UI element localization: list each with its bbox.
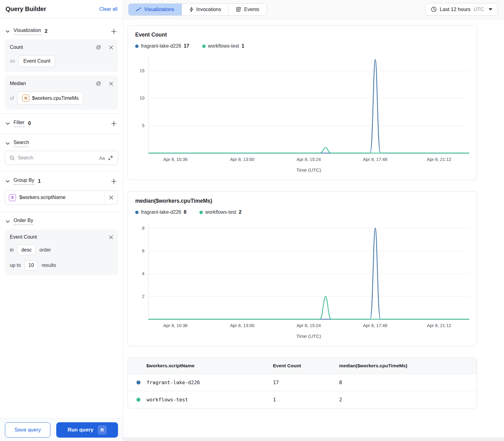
group-by-field-chip[interactable]: S $workers.scriptName	[5, 190, 118, 205]
plus-icon	[111, 178, 117, 184]
chart-plot-area[interactable]	[148, 222, 469, 320]
sidebar-header: Query Builder Clear all	[0, 0, 123, 18]
median-field-chip[interactable]: N $workers.cpuTimeMs	[18, 92, 83, 105]
filter-section-label: Filter	[14, 120, 25, 127]
legend-dot-icon	[135, 211, 139, 214]
add-visualization-button[interactable]	[110, 28, 117, 35]
chevron-down-icon[interactable]	[6, 220, 10, 223]
legend-series-value: 8	[184, 209, 187, 215]
query-builder-page: Query Builder Clear all Visualization 2 …	[0, 0, 504, 441]
time-range-timezone: UTC	[474, 6, 484, 12]
match-case-icon[interactable]: Aa	[99, 155, 105, 161]
remove-median-button[interactable]	[109, 82, 113, 86]
series-line	[148, 296, 469, 319]
close-icon	[109, 45, 113, 49]
table-body: fragrant-lake-d226178workflows-test12	[128, 374, 477, 408]
chart-plot-area[interactable]	[148, 56, 469, 154]
x-tick-label: Apr 8, 15:24	[297, 157, 321, 162]
remove-order-by-button[interactable]	[109, 235, 113, 239]
legend-dot-icon	[202, 45, 206, 48]
order-by-card: Event Count in desc order up to 10 resul…	[5, 229, 118, 275]
lightning-icon	[189, 7, 194, 12]
view-tab-group: Visualizations Invocations Events	[128, 3, 267, 16]
string-type-icon: S	[9, 194, 16, 201]
script-name-cell: fragrant-lake-d226	[128, 374, 269, 391]
bottom-strip	[123, 437, 504, 441]
run-query-button[interactable]: Run query R	[56, 422, 118, 438]
count-alias-button[interactable]: @	[96, 44, 101, 50]
main-body: Event Count fragrant-lake-d22617workflow…	[123, 19, 504, 408]
remove-count-button[interactable]	[109, 45, 113, 49]
chart-title: Event Count	[135, 32, 469, 38]
legend-series-name: fragrant-lake-d226	[141, 209, 181, 215]
add-filter-button[interactable]	[110, 120, 117, 127]
tab-events[interactable]: Events	[229, 4, 266, 15]
time-range-select[interactable]: Last 12 hours UTC	[425, 3, 498, 16]
result-limit-chip[interactable]: 10	[25, 260, 38, 271]
x-tick-label: Apr 8, 10:36	[163, 323, 187, 328]
number-type-icon: N	[22, 95, 29, 102]
value-cell: 1	[269, 391, 335, 408]
chevron-down-icon[interactable]	[6, 180, 10, 183]
chevron-down-icon[interactable]	[6, 30, 10, 33]
y-tick-label: 8	[142, 226, 144, 231]
clear-all-button[interactable]: Clear all	[99, 6, 117, 12]
sort-direction-chip[interactable]: desc	[17, 245, 36, 255]
remove-group-by-button[interactable]	[104, 191, 118, 204]
y-axis: 2468	[135, 222, 148, 320]
order-label: order	[39, 247, 51, 253]
legend-item[interactable]: workflows-test1	[202, 43, 244, 49]
search-input[interactable]	[18, 155, 96, 161]
chevron-down-icon[interactable]	[6, 142, 10, 145]
close-icon	[109, 235, 113, 239]
run-shortcut-badge: R	[98, 425, 107, 435]
legend-dot-icon	[135, 45, 139, 48]
legend-series-name: workflows-test	[208, 43, 239, 49]
run-query-label: Run query	[68, 427, 93, 433]
table-column-header: Event Count	[269, 358, 335, 374]
search-section-header: Search	[5, 134, 118, 151]
y-tick-label: 4	[142, 271, 144, 276]
count-card-title: Count	[10, 45, 23, 50]
save-query-button[interactable]: Save query	[5, 422, 50, 438]
event-count-chart-panel: Event Count fragrant-lake-d22617workflow…	[128, 25, 477, 180]
series-dot-icon	[136, 381, 140, 384]
count-alias-chip[interactable]: Event Count	[19, 55, 55, 67]
at-icon: @	[96, 44, 101, 50]
y-axis: 51015	[135, 56, 148, 154]
median-alias-button[interactable]: @	[96, 80, 101, 87]
regex-icon[interactable]	[108, 155, 113, 161]
up-to-label: up to	[10, 263, 21, 268]
legend-series-value: 1	[242, 43, 244, 49]
in-label: in	[10, 247, 14, 253]
x-tick-label: Apr 8, 15:24	[297, 323, 321, 328]
of-label: of	[10, 96, 14, 101]
value-cell: 8	[336, 374, 477, 391]
chevron-down-icon[interactable]	[6, 122, 10, 125]
legend-item[interactable]: workflows-test2	[199, 209, 242, 215]
median-cputime-chart-panel: median($workers.cpuTimeMs) fragrant-lake…	[128, 191, 477, 346]
chart-legend: fragrant-lake-d2268workflows-test2	[135, 209, 469, 215]
y-tick-label: 2	[142, 294, 144, 299]
legend-item[interactable]: fragrant-lake-d2268	[135, 209, 187, 215]
add-group-by-button[interactable]	[110, 178, 117, 185]
legend-dot-icon	[199, 211, 203, 214]
visualization-section-label: Visualization	[14, 28, 41, 35]
chart-line-icon	[136, 7, 141, 12]
visualization-count: 2	[45, 29, 48, 34]
search-section-label: Search	[14, 140, 29, 147]
filter-section-header: Filter 0	[5, 114, 118, 131]
tab-visualizations[interactable]: Visualizations	[128, 4, 182, 15]
tab-invocations[interactable]: Invocations	[182, 4, 229, 15]
plus-icon	[111, 121, 117, 127]
script-name-cell: workflows-test	[128, 391, 269, 408]
as-label: as	[10, 58, 15, 64]
table-row: fragrant-lake-d226178	[128, 374, 477, 391]
legend-series-value: 2	[239, 209, 242, 215]
tab-invocations-label: Invocations	[196, 7, 221, 12]
legend-item[interactable]: fragrant-lake-d22617	[135, 43, 189, 49]
x-tick-label: Apr 8, 10:36	[163, 157, 187, 162]
x-tick-label: Apr 8, 17:48	[363, 157, 387, 162]
at-icon: @	[96, 80, 101, 87]
y-tick-label: 15	[140, 68, 144, 73]
